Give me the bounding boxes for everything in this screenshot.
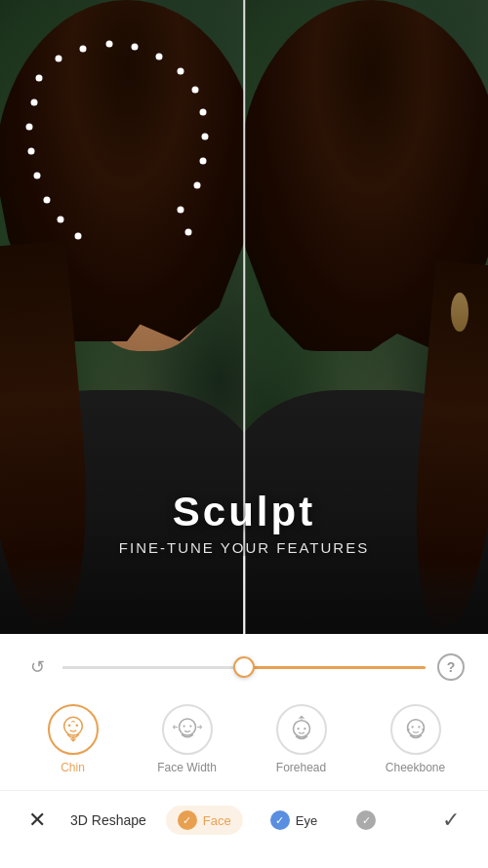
svg-point-11 [418,726,420,728]
svg-point-3 [179,719,195,735]
extra-badge[interactable]: ✓ [345,806,387,835]
cancel-button[interactable]: ✕ [20,803,55,838]
slider-row: ↺ ? [0,634,488,696]
slider-thumb[interactable] [233,656,255,678]
svg-point-7 [297,728,299,730]
sculpt-text: Sculpt FINE-TUNE YOUR FEATURES [0,489,488,556]
photo-area: Sculpt FINE-TUNE YOUR FEATURES [0,0,488,634]
feature-face-width[interactable]: Face Width [153,704,222,774]
feature-cheekbone[interactable]: Cheekbone [382,704,450,774]
svg-point-8 [304,728,305,730]
chin-label: Chin [61,761,85,774]
svg-point-10 [411,726,413,728]
face-check-icon: ✓ [178,810,197,830]
reset-icon[interactable]: ↺ [23,653,51,681]
svg-point-4 [183,725,184,727]
svg-point-6 [293,721,309,737]
forehead-icon-wrap [276,704,327,755]
bottom-toolbar: ✕ 3D Reshape ✓ Face ✓ Eye ✓ ✓ [0,790,488,849]
feature-forehead[interactable]: Forehead [267,704,336,774]
svg-point-13 [422,729,425,731]
cheekbone-icon-wrap [390,704,441,755]
sculpt-title: Sculpt [0,489,488,535]
feature-chin[interactable]: Chin [39,704,107,774]
help-icon[interactable]: ? [437,653,465,681]
confirm-button[interactable]: ✓ [433,803,468,838]
slider-fill-right [244,666,426,669]
face-badge-text: Face [203,813,231,828]
svg-point-2 [75,724,78,727]
slider-fill-left [62,666,244,669]
chin-icon-wrap [48,704,99,755]
svg-point-5 [189,725,191,727]
tool-label: 3D Reshape [70,812,146,828]
face-width-icon-wrap [162,704,213,755]
features-row: Chin Face Width [0,696,488,790]
svg-point-1 [67,724,70,727]
cheekbone-label: Cheekbone [386,761,445,774]
extra-check-icon: ✓ [356,810,376,830]
slider-track[interactable] [62,666,426,669]
svg-point-0 [63,717,82,735]
face-width-label: Face Width [157,761,217,774]
eye-badge-text: Eye [296,813,317,828]
forehead-label: Forehead [276,761,326,774]
eye-check-icon: ✓ [270,810,290,830]
divider-bottom [243,556,245,634]
svg-point-9 [407,720,424,736]
face-badge[interactable]: ✓ Face [166,806,243,835]
forehead-face-icon [285,713,318,746]
eye-badge[interactable]: ✓ Eye [259,806,329,835]
chin-face-icon [57,713,90,746]
controls-area: ↺ ? Chin [0,634,488,868]
svg-point-12 [407,729,410,731]
cheekbone-face-icon [399,713,432,746]
sculpt-subtitle: FINE-TUNE YOUR FEATURES [0,539,488,556]
face-width-face-icon [171,713,204,746]
